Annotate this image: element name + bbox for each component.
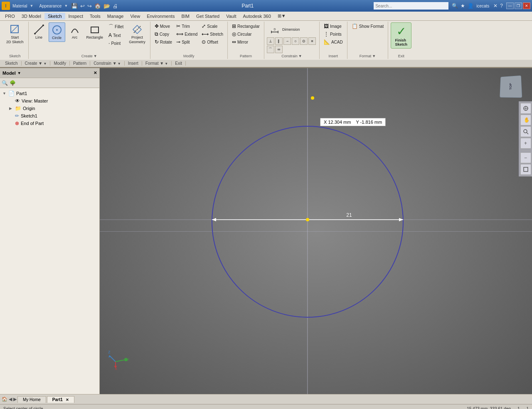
constraint-icon-6[interactable]: ≡: [308, 37, 316, 45]
view-cube-box[interactable]: TOP: [500, 76, 522, 98]
line-btn[interactable]: Line: [31, 22, 47, 41]
rectangle-btn[interactable]: Rectangle: [84, 22, 106, 41]
tree-item-end-of-part[interactable]: ⊗ End of Part: [0, 120, 99, 127]
save-icon[interactable]: 💾: [71, 3, 78, 9]
copy-btn[interactable]: ⧉ Copy: [153, 30, 174, 38]
dimension-btn[interactable]: D Dimension: [267, 22, 317, 37]
constraint-icon-2[interactable]: ∥: [275, 37, 283, 45]
restore-btn[interactable]: ❐: [515, 2, 522, 9]
constraint-icon-7[interactable]: ⌒: [267, 46, 274, 53]
points-btn[interactable]: ⋮ Points: [322, 30, 345, 38]
tree-item-part1[interactable]: ▼ 📄 Part1: [0, 90, 99, 97]
tree-item-sketch1[interactable]: ✏ Sketch1: [0, 112, 99, 120]
menu-autodesk-360[interactable]: Autodesk 360: [240, 13, 274, 20]
appearance-dropdown[interactable]: Appearance: [39, 4, 62, 8]
rotate-btn[interactable]: ↻ Rotate: [153, 38, 174, 46]
offset-btn[interactable]: ⊙ Offset: [200, 38, 225, 46]
minimize-btn[interactable]: —: [506, 2, 514, 9]
constraint-icon-5[interactable]: ⊙: [300, 37, 308, 45]
format-section-label[interactable]: Format ▼: [142, 61, 172, 66]
home-icon[interactable]: 🏠: [94, 3, 101, 9]
origin-expand[interactable]: ▶: [9, 106, 14, 110]
project-geometry-btn[interactable]: ProjectGeometry: [127, 22, 148, 46]
material-dropdown[interactable]: Material: [12, 4, 27, 8]
menu-3d-model[interactable]: 3D Model: [18, 13, 44, 20]
menu-get-started[interactable]: Get Started: [193, 13, 223, 20]
extend-btn[interactable]: ⟺ Extend: [175, 30, 199, 38]
start-2d-sketch-btn[interactable]: Start2D Sketch: [4, 22, 26, 46]
constraint-icon-1[interactable]: ⊥: [267, 37, 274, 45]
pan-btn[interactable]: ✋: [520, 115, 531, 125]
scale-btn[interactable]: ⤢ Scale: [200, 22, 225, 30]
svg-text:D: D: [273, 28, 276, 31]
bottom-prev-icon[interactable]: ◀: [9, 397, 12, 402]
menu-inspect[interactable]: Inspect: [65, 13, 86, 20]
menu-extras[interactable]: ⊞▼: [274, 12, 289, 20]
trim-btn[interactable]: ✂ Trim: [175, 22, 199, 30]
constrain-section-label[interactable]: Constrain ▼: [90, 61, 125, 66]
bottom-next-icon[interactable]: ▶: [13, 397, 17, 402]
menu-manage[interactable]: Manage: [104, 13, 127, 20]
text-btn[interactable]: A Text: [107, 32, 125, 39]
menu-view[interactable]: View: [127, 13, 143, 20]
part1-expand[interactable]: ▼: [2, 91, 7, 96]
circular-btn[interactable]: ◎ Circular: [230, 30, 261, 38]
tree-item-view-master[interactable]: 👁 View: Master: [0, 97, 99, 105]
close-x-icon[interactable]: ✕: [493, 3, 498, 9]
filter-icon[interactable]: 🔍: [2, 80, 8, 86]
mirror-btn[interactable]: ⇔ Mirror: [230, 38, 261, 46]
bookmark-icon[interactable]: ★: [461, 3, 465, 9]
menu-pro[interactable]: PRO: [2, 13, 18, 20]
constraint-icon-4[interactable]: ○: [292, 37, 299, 45]
tree-item-origin[interactable]: ▶ 📁 Origin: [0, 105, 99, 112]
help-icon[interactable]: ?: [500, 3, 503, 9]
fillet-btn[interactable]: ⌒ Fillet: [107, 22, 125, 31]
split-btn[interactable]: ⊸ Split: [175, 38, 199, 46]
close-btn[interactable]: ✕: [523, 2, 530, 9]
viewport[interactable]: 21 X 12.304 mm Y -1.816 mm TOP: [100, 68, 532, 394]
sidebar-dropdown-icon[interactable]: ▼: [17, 71, 21, 75]
image-btn[interactable]: 🖼 Image: [322, 22, 345, 30]
arc-btn[interactable]: Arc: [67, 22, 83, 41]
view-cube[interactable]: TOP: [500, 76, 525, 105]
constraint-icon-3[interactable]: →: [283, 37, 291, 45]
bottom-tab-part1[interactable]: Part1 ✕: [47, 396, 74, 403]
circle-btn[interactable]: Circle: [49, 22, 65, 42]
redo-icon[interactable]: ↪: [87, 3, 92, 9]
show-format-btn[interactable]: 📋 Show Format: [350, 22, 385, 30]
circular-icon: ◎: [232, 31, 236, 37]
bottom-tab-home[interactable]: My Home: [17, 396, 46, 403]
zoom-btn[interactable]: [520, 126, 531, 137]
menu-environments[interactable]: Environments: [143, 13, 178, 20]
orbit-btn[interactable]: [520, 103, 531, 114]
rectangular-btn[interactable]: ⊞ Rectangular: [230, 22, 261, 30]
search-box[interactable]: [374, 2, 448, 10]
constraint-icon-8[interactable]: ∞: [275, 46, 283, 53]
ribbon-group-sketch: Start2D Sketch Sketch: [2, 22, 29, 59]
menu-sketch[interactable]: Sketch: [44, 13, 65, 20]
stretch-btn[interactable]: ⟷ Stretch: [200, 30, 225, 38]
search-icon[interactable]: 🔍: [452, 3, 458, 9]
acad-btn[interactable]: 📐 ACAD: [322, 38, 345, 46]
sidebar-title: Model: [2, 71, 16, 76]
bottom-home-icon[interactable]: 🏠: [2, 397, 7, 402]
tree-filter-icon[interactable]: 🌳: [10, 80, 16, 86]
menu-bim[interactable]: BIM: [178, 13, 193, 20]
menu-vault[interactable]: Vault: [223, 13, 239, 20]
bottom-tabs: 🏠 ◀ ▶ My Home Part1 ✕: [0, 394, 532, 404]
point-btn[interactable]: · Point: [107, 39, 125, 47]
sidebar-close-icon[interactable]: ✕: [94, 71, 97, 75]
tab-part1-close[interactable]: ✕: [66, 398, 69, 402]
print-icon[interactable]: 🖨: [113, 3, 118, 9]
finish-sketch-btn[interactable]: ✓ FinishSketch: [391, 22, 411, 49]
zoom-in-btn[interactable]: +: [520, 138, 531, 149]
sketch-canvas[interactable]: 21: [100, 68, 532, 394]
move-btn[interactable]: ✥ Move: [153, 22, 174, 30]
undo-icon[interactable]: ↩: [80, 3, 85, 9]
open-icon[interactable]: 📂: [103, 3, 110, 9]
menu-tools[interactable]: Tools: [86, 13, 104, 20]
image-icon: 🖼: [324, 23, 329, 29]
create-section-label[interactable]: Create ▼: [22, 61, 51, 66]
fit-btn[interactable]: [520, 164, 531, 175]
zoom-out-btn[interactable]: −: [520, 152, 531, 163]
